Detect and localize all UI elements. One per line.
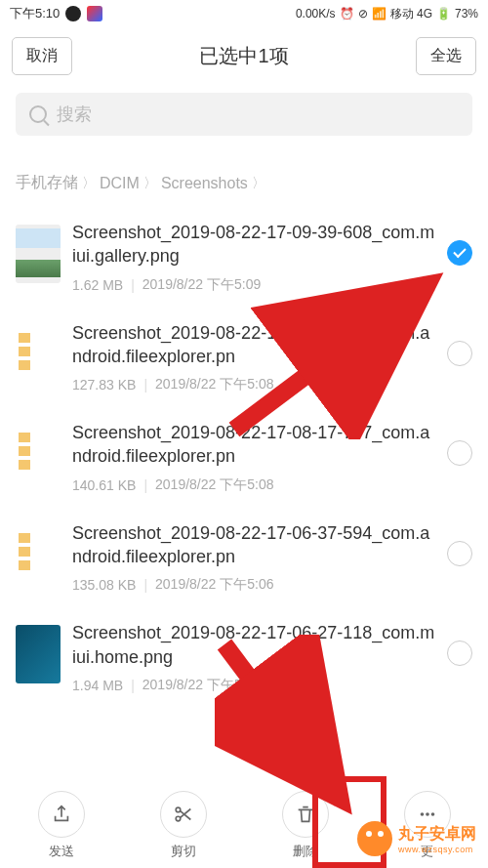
- signal-icon: 📶: [372, 7, 386, 21]
- status-bar: 下午5:10 0.00K/s ⏰ ⊘ 📶 移动 4G 🔋 73%: [0, 0, 488, 27]
- search-placeholder: 搜索: [57, 103, 92, 126]
- sogou-icon: [87, 6, 102, 21]
- send-button[interactable]: 发送: [27, 791, 96, 860]
- header: 取消 已选中1项 全选: [0, 27, 488, 89]
- chevron-right-icon: 〉: [143, 175, 157, 192]
- file-date: 2019/8/22 下午5:06: [155, 576, 273, 594]
- breadcrumb-part[interactable]: Screenshots: [161, 175, 248, 192]
- file-date: 2019/8/22 下午5:09: [142, 276, 261, 294]
- file-size: 140.61 KB: [72, 477, 136, 493]
- action-label: 发送: [49, 843, 74, 860]
- file-size: 1.94 MB: [72, 678, 123, 693]
- file-item[interactable]: Screenshot_2019-08-22-17-08-22-421_com.a…: [0, 308, 488, 408]
- breadcrumb[interactable]: 手机存储 〉 DCIM 〉 Screenshots 〉: [0, 149, 488, 207]
- file-checkbox[interactable]: [447, 440, 472, 466]
- file-thumbnail: [16, 425, 61, 483]
- file-thumbnail: [16, 225, 61, 283]
- file-list: Screenshot_2019-08-22-17-09-39-608_com.m…: [0, 207, 488, 708]
- meta-separator: |: [143, 377, 147, 393]
- file-item[interactable]: Screenshot_2019-08-22-17-06-37-594_com.a…: [0, 508, 488, 608]
- svg-point-2: [420, 812, 424, 816]
- file-date: 2019/8/22 下午5:08: [155, 376, 273, 393]
- trash-icon: [295, 804, 316, 825]
- meta-separator: |: [143, 577, 147, 593]
- search-input[interactable]: 搜索: [16, 93, 472, 136]
- select-all-button[interactable]: 全选: [416, 37, 476, 75]
- file-checkbox[interactable]: [447, 240, 472, 266]
- file-checkbox[interactable]: [447, 641, 472, 666]
- breadcrumb-part[interactable]: 手机存储: [16, 173, 78, 193]
- breadcrumb-part[interactable]: DCIM: [100, 175, 140, 192]
- meta-separator: |: [131, 277, 135, 293]
- carrier: 移动 4G: [390, 6, 432, 22]
- file-item[interactable]: Screenshot_2019-08-22-17-09-39-608_com.m…: [0, 207, 488, 308]
- file-checkbox[interactable]: [447, 541, 472, 566]
- svg-point-4: [430, 812, 434, 816]
- file-name: Screenshot_2019-08-22-17-08-17-707_com.a…: [72, 421, 435, 469]
- dnd-icon: ⊘: [358, 7, 368, 21]
- file-date: 2019/8/22 下午5:08: [155, 476, 273, 494]
- file-name: Screenshot_2019-08-22-17-06-37-594_com.a…: [72, 521, 435, 569]
- watermark: 丸子安卓网 www.wzsqsy.com: [357, 821, 476, 856]
- file-thumbnail: [16, 625, 61, 683]
- net-speed: 0.00K/s: [296, 7, 336, 21]
- meta-separator: |: [143, 477, 147, 493]
- status-time: 下午5:10: [10, 5, 60, 22]
- search-icon: [29, 105, 47, 123]
- scissors-icon: [173, 804, 194, 825]
- delete-button[interactable]: 删除: [271, 791, 340, 860]
- share-icon: [51, 804, 72, 825]
- battery-icon: 🔋: [436, 7, 451, 21]
- meta-separator: |: [131, 678, 135, 693]
- file-size: 1.62 MB: [72, 277, 123, 293]
- alarm-icon: ⏰: [340, 7, 354, 21]
- watermark-title: 丸子安卓网: [398, 824, 476, 845]
- cancel-button[interactable]: 取消: [12, 37, 72, 75]
- battery-percent: 73%: [455, 7, 478, 21]
- svg-point-3: [426, 812, 429, 816]
- file-item[interactable]: Screenshot_2019-08-22-17-08-17-707_com.a…: [0, 407, 488, 508]
- file-checkbox[interactable]: [447, 341, 472, 366]
- file-size: 127.83 KB: [72, 377, 136, 393]
- file-date: 2019/8/22 下午5:06: [142, 677, 261, 694]
- cut-button[interactable]: 剪切: [149, 791, 218, 860]
- file-name: Screenshot_2019-08-22-17-08-22-421_com.a…: [72, 321, 435, 369]
- file-thumbnail: [16, 325, 61, 384]
- watermark-url: www.wzsqsy.com: [398, 845, 473, 854]
- qq-icon: [65, 6, 81, 21]
- page-title: 已选中1项: [72, 43, 416, 69]
- action-label: 删除: [293, 843, 318, 860]
- action-label: 剪切: [171, 843, 196, 860]
- file-name: Screenshot_2019-08-22-17-06-27-118_com.m…: [72, 621, 435, 669]
- file-item[interactable]: Screenshot_2019-08-22-17-06-27-118_com.m…: [0, 607, 488, 708]
- file-thumbnail: [16, 525, 61, 584]
- file-name: Screenshot_2019-08-22-17-09-39-608_com.m…: [72, 221, 435, 269]
- file-size: 135.08 KB: [72, 577, 136, 593]
- chevron-right-icon: 〉: [82, 175, 96, 192]
- chevron-right-icon: 〉: [252, 175, 265, 192]
- watermark-logo-icon: [357, 821, 392, 856]
